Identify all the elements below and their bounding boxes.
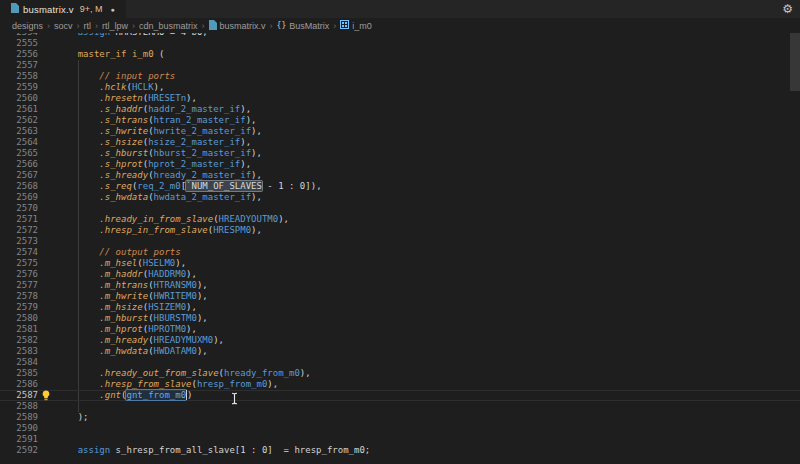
code-token: HRESPM0 (213, 225, 251, 235)
glyph-margin (38, 302, 56, 313)
line-number: 2576 (0, 269, 38, 280)
code-token (56, 335, 99, 345)
code-text: .hclk(HCLK), (56, 82, 800, 93)
code-token (56, 225, 99, 235)
code-text: .s_hwrite(hwrite_2_master_if), (56, 126, 800, 137)
code-token: ) (187, 390, 192, 400)
breadcrumb-item-i-m0[interactable]: i_m0 (340, 20, 372, 31)
code-token: HTRANSM0 (154, 280, 197, 290)
code-line-2581[interactable]: 2581 .m_hprot(HPROTM0), (0, 324, 800, 335)
code-line-2572[interactable]: 2572 .hresp_in_from_slave(HRESPM0), (0, 225, 800, 236)
code-line-2567[interactable]: 2567 .s_hready(hready_2_master_if), (0, 170, 800, 181)
code-line-2568[interactable]: 2568 .s_req(req_2_m0[`NUM_OF_SLAVES - 1 … (0, 181, 800, 192)
code-line-2571[interactable]: 2571 .hready_in_from_slave(HREADYOUTM0), (0, 214, 800, 225)
code-token (56, 412, 78, 422)
code-token: ), (186, 93, 197, 103)
code-line-2590[interactable]: 2590 (0, 423, 800, 434)
code-token: ), (251, 148, 262, 158)
code-line-2592[interactable]: 2592 assign s_hresp_from_all_slave[1 : 0… (0, 445, 800, 456)
code-token: ), (197, 313, 208, 323)
code-line-2575[interactable]: 2575 .m_hsel(HSELM0), (0, 258, 800, 269)
code-line-2584[interactable]: 2584 (0, 357, 800, 368)
code-line-2559[interactable]: 2559 .hclk(HCLK), (0, 82, 800, 93)
code-token: ), (267, 379, 278, 389)
code-line-2562[interactable]: 2562 .s_htrans(htran_2_master_if), (0, 115, 800, 126)
code-token: .s_req (99, 181, 132, 191)
editor[interactable]: 2554 assign HMASTERM0 = 4'b0;25552556 ma… (0, 33, 800, 464)
breadcrumb-separator: › (202, 21, 205, 31)
code-text: .hready_out_from_slave(hready_from_m0), (56, 368, 800, 379)
code-text: .s_hsize(hsize_2_master_if), (56, 137, 800, 148)
code-token: HWDATAM0 (154, 346, 197, 356)
code-token: `NUM_OF_SLAVES (186, 181, 262, 191)
code-line-2588[interactable]: 2588 (0, 401, 800, 412)
code-token (56, 291, 99, 301)
code-line-2564[interactable]: 2564 .s_hsize(hsize_2_master_if), (0, 137, 800, 148)
code-line-2556[interactable]: 2556 master_if i_m0 ( (0, 49, 800, 60)
code-line-2573[interactable]: 2573 (0, 236, 800, 247)
glyph-margin (38, 258, 56, 269)
code-token (56, 181, 99, 191)
code-token: hsize_2_master_if (148, 137, 240, 147)
code-token: .hready_out_from_slave (99, 368, 218, 378)
code-line-2570[interactable]: 2570 (0, 203, 800, 214)
glyph-margin (38, 247, 56, 258)
tab-busmatrix[interactable]: busmatrix.v 9+, M ● (0, 0, 126, 18)
breadcrumb-item-busmatrix-v[interactable]: busmatrix.v (209, 20, 266, 32)
breadcrumb-item-rtl-lpw[interactable]: rtl_lpw (102, 21, 128, 31)
code-token (56, 170, 99, 180)
code-token: HREADYOUTM0 (219, 214, 279, 224)
code-line-2569[interactable]: 2569 .s_hwdata(hwdata_2_master_if), (0, 192, 800, 203)
code-line-2560[interactable]: 2560 .hresetn(HRESETn), (0, 93, 800, 104)
scrollbar[interactable] (790, 33, 800, 464)
tab-bar: busmatrix.v 9+, M ● ⚙ (0, 0, 800, 18)
breadcrumb-item-rtl[interactable]: rtl (84, 21, 92, 31)
code-line-2578[interactable]: 2578 .m_hwrite(HWRITEM0), (0, 291, 800, 302)
code-line-2586[interactable]: 2586 .hresp_from_slave(hresp_from_m0), (0, 379, 800, 390)
breadcrumb-label: socv (54, 21, 73, 31)
code-line-2576[interactable]: 2576 .m_haddr(HADDRM0), (0, 269, 800, 280)
breadcrumb-label: cdn_busmatrix (139, 21, 198, 31)
breadcrumb-item-socv[interactable]: socv (54, 21, 73, 31)
code-token: hwrite_2_master_if (154, 126, 252, 136)
code-token: HMASTERM0 = 4'b0; (110, 33, 208, 37)
code-line-2579[interactable]: 2579 .m_hsize(HSIZEM0), (0, 302, 800, 313)
code-line-2591[interactable]: 2591 (0, 434, 800, 445)
code-token: req_2_m0 (137, 181, 180, 191)
code-token (56, 33, 78, 37)
breadcrumb-item-busmatrix[interactable]: {}BusMatrix (277, 21, 330, 31)
code-line-2583[interactable]: 2583 .m_hwdata(HWDATAM0), (0, 346, 800, 357)
line-number: 2575 (0, 258, 38, 269)
code-line-2585[interactable]: 2585 .hready_out_from_slave(hready_from_… (0, 368, 800, 379)
breadcrumb-item-cdn-busmatrix[interactable]: cdn_busmatrix (139, 21, 198, 31)
code-text: .m_hready(HREADYMUXM0), (56, 335, 800, 346)
code-token: .hclk (99, 82, 126, 92)
code-line-2563[interactable]: 2563 .s_hwrite(hwrite_2_master_if), (0, 126, 800, 137)
code-line-2558[interactable]: 2558 // input ports (0, 71, 800, 82)
code-token: haddr_2_master_if (148, 104, 240, 114)
code-token (56, 126, 99, 136)
code-token: HRESETn (148, 93, 186, 103)
code-line-2587[interactable]: 2587 .gnt(gnt_from_m0) (0, 390, 800, 401)
lightbulb-icon[interactable] (38, 390, 56, 401)
code-line-2574[interactable]: 2574 // output ports (0, 247, 800, 258)
code-line-2589[interactable]: 2589 ); (0, 412, 800, 423)
code-line-2557[interactable]: 2557 (0, 60, 800, 71)
code-line-2566[interactable]: 2566 .s_hprot(hprot_2_master_if), (0, 159, 800, 170)
code-line-2555[interactable]: 2555 (0, 38, 800, 49)
code-text (56, 60, 800, 71)
line-number: 2590 (0, 423, 38, 434)
breadcrumb-item-designs[interactable]: designs (12, 21, 43, 31)
code-line-2580[interactable]: 2580 .m_hburst(HBURSTM0), (0, 313, 800, 324)
code-line-2577[interactable]: 2577 .m_htrans(HTRANSM0), (0, 280, 800, 291)
code-token: gnt_from_m0 (126, 390, 186, 400)
scrollbar-thumb[interactable] (790, 33, 800, 91)
code-line-2565[interactable]: 2565 .s_hburst(hburst_2_master_if), (0, 148, 800, 159)
code-token (56, 148, 99, 158)
gear-icon[interactable]: ⚙ (782, 3, 793, 15)
code-token (56, 71, 99, 81)
code-token (56, 379, 99, 389)
dirty-indicator[interactable]: ● (111, 6, 115, 13)
code-line-2582[interactable]: 2582 .m_hready(HREADYMUXM0), (0, 335, 800, 346)
code-line-2561[interactable]: 2561 .s_haddr(haddr_2_master_if), (0, 104, 800, 115)
